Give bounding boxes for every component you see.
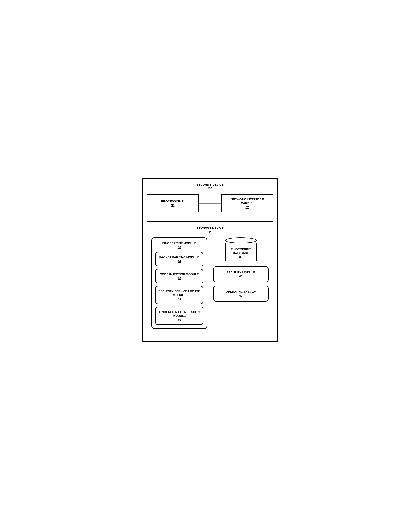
storage-device-box: STORAGE DEVICE 34 FINGERPRINT MODULE 36 … [147,221,273,335]
diagram-wrapper: SECURITY DEVICE 20A PROCESSOR(S) 30 NETW… [134,170,286,350]
cylinder-label-area: FINGERPRINT DATABASE 38 [225,247,256,259]
fingerprint-module-id: 36 [155,245,203,249]
storage-device-title: STORAGE DEVICE 34 [151,226,269,233]
operating-system-box: OPERATING SYSTEM 42 [213,285,269,302]
operating-system-label: OPERATING SYSTEM [216,290,266,294]
security-service-update-module-box: SECURITY SERVICE UPDATE MODULE 48 [155,286,203,304]
packet-parsing-module-box: PACKET PARSING MODULE 44 [155,252,203,266]
nic-label: NETWORK INTERFACE CARD(S) [225,197,270,205]
security-device-title: SECURITY DEVICE 20A [147,183,273,191]
security-module-label: SECURITY MODULE [216,270,266,274]
cylinder-top [225,237,257,244]
code-injection-label: CODE INJECTION MODULE [158,272,201,276]
nic-id: 32 [246,205,249,209]
fingerprint-generation-id: 50 [158,318,201,322]
security-module-box: SECURITY MODULE 40 [213,266,269,282]
storage-device-label: STORAGE DEVICE [151,226,269,230]
vertical-connector [147,212,273,221]
nic-box: NETWORK INTERFACE CARD(S) 32 [221,194,273,213]
packet-parsing-id: 44 [158,259,201,263]
fingerprint-module-box: FINGERPRINT MODULE 36 PACKET PARSING MOD… [151,237,207,329]
right-column: FINGERPRINT DATABASE 38 SECURITY MODULE … [213,237,269,302]
security-device-id: 20A [147,186,273,191]
packet-parsing-label: PACKET PARSING MODULE [158,255,201,259]
top-row: PROCESSOR(S) 30 NETWORK INTERFACE CARD(S… [147,194,273,213]
operating-system-id: 42 [216,294,266,298]
security-service-update-label: SECURITY SERVICE UPDATE MODULE [158,289,201,297]
storage-content: FINGERPRINT MODULE 36 PACKET PARSING MOD… [151,237,269,329]
code-injection-id: 46 [158,276,201,280]
storage-device-id: 34 [151,230,269,234]
fingerprint-module-label: FINGERPRINT MODULE [155,241,203,245]
code-injection-module-box: CODE INJECTION MODULE 46 [155,269,203,283]
processor-box: PROCESSOR(S) 30 [147,194,199,213]
fingerprint-generation-module-box: FINGERPRINT GENERATION MODULE 50 [155,307,203,325]
processor-label: PROCESSOR(S) [161,199,184,203]
processor-id: 30 [171,203,174,207]
fingerprint-database-id: 38 [225,255,256,259]
fingerprint-database-cylinder: FINGERPRINT DATABASE 38 [213,237,269,261]
cylinder-body: FINGERPRINT DATABASE 38 [225,244,257,261]
security-device-box: SECURITY DEVICE 20A PROCESSOR(S) 30 NETW… [142,178,278,342]
security-device-label: SECURITY DEVICE [147,183,273,187]
fingerprint-module-title-area: FINGERPRINT MODULE 36 [155,241,203,249]
security-service-update-id: 48 [158,297,201,301]
fingerprint-database-label: FINGERPRINT DATABASE [225,247,256,255]
security-module-id: 40 [216,274,266,278]
fingerprint-generation-label: FINGERPRINT GENERATION MODULE [158,310,201,318]
